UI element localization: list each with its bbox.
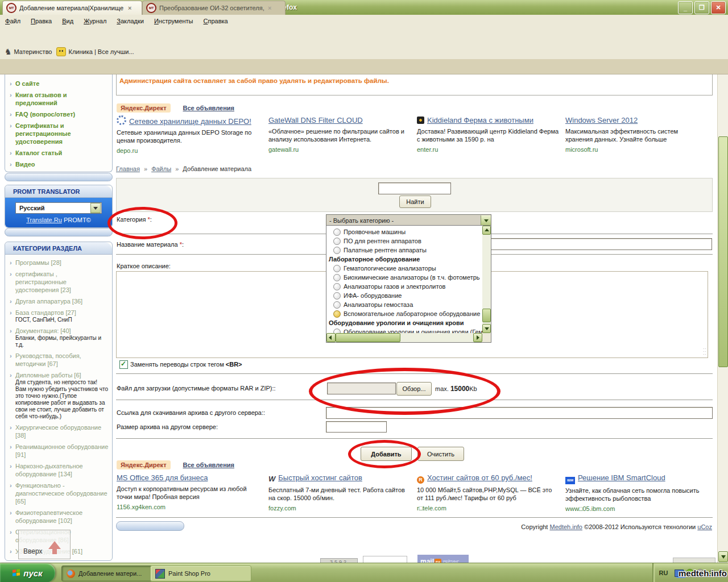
- dropdown-option[interactable]: Биохимические анализаторы (в т.ч. фотоме…: [326, 273, 482, 282]
- tab-active[interactable]: МТ Добавление материала|Хранилище фа... …: [2, 1, 142, 15]
- category-link[interactable]: Документация: [40]Бланки, формы, прейску…: [10, 327, 109, 348]
- dropdown-option[interactable]: Анализаторы газов и электролитов: [326, 282, 482, 291]
- radio-icon: [333, 265, 341, 272]
- category-link[interactable]: Другая аппаратура [36]: [10, 297, 109, 305]
- cartoon-face-icon: [56, 47, 66, 56]
- menu-bookmarks[interactable]: Закладки: [111, 16, 149, 26]
- bookmark-klinika[interactable]: Клиника | Все лучши...: [56, 47, 134, 56]
- minimize-button[interactable]: _: [678, 1, 693, 14]
- category-link[interactable]: Руководства, пособия, методички [67]: [10, 352, 109, 368]
- ibm-icon: IBM: [565, 477, 575, 484]
- dropdown-option-selected[interactable]: Вспомогательное лабораторное оборудовани…: [326, 309, 482, 318]
- dropdown-option[interactable]: ПО для рентген аппаратов: [326, 236, 482, 246]
- scroll-left-icon[interactable]: [326, 333, 336, 342]
- menu-edit[interactable]: Правка: [26, 16, 57, 26]
- language-indicator[interactable]: RU: [659, 569, 668, 576]
- scroll-down-icon[interactable]: [482, 324, 491, 333]
- dropdown-horizontal-scrollbar[interactable]: [326, 333, 482, 342]
- ad-url[interactable]: gatewall.ru: [268, 146, 411, 153]
- ad-gatewall[interactable]: GateWall DNS Filter CLOUD «Облачное» реш…: [268, 115, 411, 154]
- reset-button[interactable]: Очистить: [417, 447, 464, 461]
- page-scrollbar[interactable]: [717, 59, 728, 563]
- dropdown-option[interactable]: Анализаторы гемостаза: [326, 300, 482, 309]
- breadcrumb-home[interactable]: Главная: [116, 165, 140, 172]
- dropdown-vertical-scrollbar[interactable]: [482, 226, 491, 333]
- windows-logo-icon: [13, 569, 20, 577]
- category-link[interactable]: Дипломные работы [6]Для студента, но неп…: [10, 371, 109, 420]
- menu-history[interactable]: Журнал: [78, 16, 111, 26]
- scrollbar-thumb[interactable]: [718, 136, 728, 367]
- dropdown-option[interactable]: Оборудование урологии и очищения крови (…: [326, 327, 482, 333]
- bookmarks-toolbar: ♞ Материнство Клиника | Все лучши...: [0, 44, 728, 60]
- category-link[interactable]: Наркозно-дыхательное оборудование [134]: [10, 462, 109, 478]
- category-link[interactable]: Функционально - диагностическое оборудов…: [10, 481, 109, 505]
- category-link[interactable]: Реанимационное оборудование [91]: [10, 443, 109, 459]
- admin-notice-box: Администрация сайта оставляет за сабой п…: [116, 72, 713, 95]
- tab-inactive[interactable]: МТ Преобразование ОИ-32 осветителя, н...…: [142, 1, 286, 15]
- footer-ucoz-link[interactable]: uCoz: [697, 523, 712, 530]
- ad-url[interactable]: fozzy.com: [268, 505, 411, 512]
- menu-tools[interactable]: Инструменты: [149, 16, 198, 26]
- ad-url[interactable]: microsoft.ru: [565, 146, 705, 153]
- taskbar-task-firefox[interactable]: Добавление матери...: [61, 566, 157, 581]
- sidebar-item-guestbook[interactable]: Книга отзывов и предложений: [10, 91, 109, 107]
- breadcrumb-files[interactable]: Файлы: [151, 165, 171, 172]
- scrollbar-corner: [482, 333, 491, 342]
- category-dropdown-list: Проявочные машины ПО для рентген аппарат…: [326, 225, 491, 343]
- ad-url[interactable]: www□05.ibm.com: [565, 505, 705, 512]
- ad-ibm[interactable]: IBMРешение IBM SmartCloud Узнайте, как о…: [565, 473, 705, 512]
- menu-view[interactable]: Вид: [57, 16, 78, 26]
- scroll-down-icon[interactable]: [718, 551, 728, 562]
- sidebar-item-faq[interactable]: FAQ (вопрос/ответ): [10, 110, 109, 118]
- tab-close-icon[interactable]: ×: [268, 5, 271, 11]
- search-button[interactable]: Найти: [399, 196, 431, 208]
- sidebar-item-about[interactable]: О сайте: [10, 80, 109, 88]
- scroll-up-icon[interactable]: [482, 226, 491, 235]
- chevron-down-icon[interactable]: [481, 215, 491, 225]
- all-ads-link[interactable]: Все объявления: [183, 462, 234, 468]
- promt-language-select[interactable]: Русский: [15, 202, 102, 214]
- category-link[interactable]: Программы [28]: [10, 259, 109, 267]
- taskbar-task-paintshop[interactable]: Paint Shop Pro: [150, 566, 251, 581]
- sidebar-item-certificates[interactable]: Сертификаты и регистрационные удостовере…: [10, 122, 109, 146]
- close-button[interactable]: ✕: [711, 1, 726, 14]
- scroll-up-tooltip[interactable]: Вверх: [18, 530, 71, 559]
- category-link[interactable]: сертификаты , регистрационные удостовере…: [10, 270, 109, 294]
- ad-msoffice[interactable]: MS Office 365 для бизнеса Доступ к корпо…: [117, 473, 262, 512]
- category-link[interactable]: Физиотерапевтическое оборудование [102]: [10, 509, 109, 525]
- sidebar-item-video[interactable]: Видео: [10, 160, 109, 168]
- ad-url[interactable]: depo.ru: [117, 147, 262, 154]
- br-checkbox[interactable]: [119, 360, 128, 369]
- menu-file[interactable]: Файл: [0, 16, 26, 26]
- ad-hosting[interactable]: RХостинг сайтов от 60 руб./мес! 10 000 М…: [417, 473, 559, 512]
- restore-button[interactable]: ❐: [694, 1, 709, 14]
- resize-grip-icon[interactable]: ∙∙∙∙∙∙: [703, 347, 711, 356]
- sidebar-item-articles[interactable]: Каталог статьй: [10, 149, 109, 157]
- dropdown-option[interactable]: Палатные рентген аппараты: [326, 246, 482, 255]
- category-select[interactable]: - Выбрать категорию -: [326, 214, 491, 226]
- ad-depo[interactable]: Сетевое хранилище данных DEPO! Сетевые х…: [117, 115, 262, 154]
- promt-link[interactable]: Translate.Ru PROMT©: [10, 217, 107, 223]
- menu-help[interactable]: Справка: [198, 16, 233, 26]
- dropdown-option[interactable]: Проявочные машины: [326, 227, 482, 236]
- category-link[interactable]: Хирургическое оборудование [38]: [10, 423, 109, 439]
- scrollbar-thumb[interactable]: [482, 309, 491, 322]
- archive-size-input[interactable]: [326, 421, 387, 433]
- scrollbar-thumb[interactable]: [336, 333, 400, 342]
- tab-close-icon[interactable]: ×: [128, 5, 131, 11]
- ad-kiddieland[interactable]: Kiddieland Ферма с животными Доставка! Р…: [417, 115, 559, 154]
- dropdown-option[interactable]: Гематологические анализаторы: [326, 264, 482, 273]
- ad-url[interactable]: 1156.xg4ken.com: [117, 504, 262, 510]
- category-link[interactable]: База стандартов [27]ГОСТ, СанПиН, СниП: [10, 309, 109, 323]
- footer-site-link[interactable]: Medteh.info: [549, 523, 582, 530]
- all-ads-link[interactable]: Все объявления: [183, 105, 234, 111]
- ad-fozzy[interactable]: WБыстрый хостинг сайтов Бесплатный 7-ми …: [268, 473, 411, 512]
- bookmark-materinstvo[interactable]: ♞ Материнство: [5, 47, 52, 56]
- ad-url[interactable]: enter.ru: [417, 146, 559, 153]
- scroll-right-icon[interactable]: [473, 333, 482, 342]
- start-button[interactable]: пуск: [0, 563, 55, 582]
- ad-windows-server[interactable]: Windows Server 2012 Максимальная эффекти…: [565, 115, 705, 154]
- dropdown-option[interactable]: ИФА- оборудование: [326, 291, 482, 300]
- search-input[interactable]: [378, 182, 451, 194]
- ad-url[interactable]: r□tele.com: [417, 505, 559, 512]
